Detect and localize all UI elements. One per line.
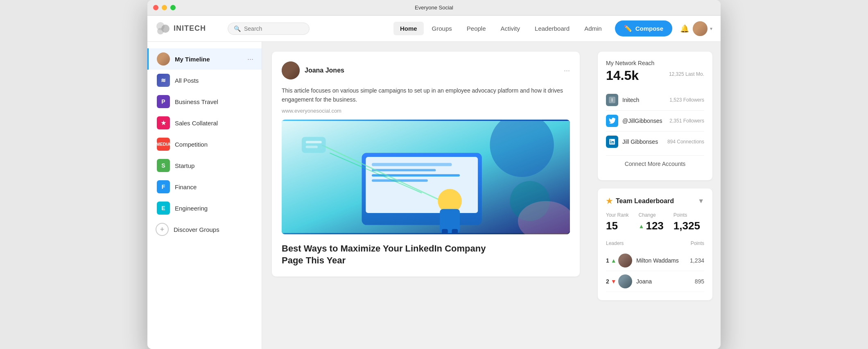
sidebar-label-business-travel: Business Travel bbox=[175, 98, 218, 105]
nav-people[interactable]: People bbox=[460, 22, 493, 35]
sidebar-item-startup[interactable]: S Startup bbox=[147, 155, 262, 176]
lb-name-2: Joana bbox=[636, 278, 652, 285]
engineering-icon: E bbox=[157, 202, 170, 215]
reach-value: 14.5k bbox=[606, 68, 639, 83]
chevron-down-icon[interactable]: ▾ bbox=[710, 26, 712, 32]
star-icon: ★ bbox=[606, 197, 613, 206]
account-item-twitter: @JillGibbonses 2,351 Followers bbox=[606, 111, 704, 131]
network-reach-area: My Network Reach 14.5k bbox=[606, 60, 654, 83]
post-more-icon[interactable]: ··· bbox=[564, 66, 570, 75]
leaderboard-stats: Your Rank 15 Change ▲ 123 Points 1,325 bbox=[606, 212, 704, 232]
startup-icon: S bbox=[157, 159, 170, 172]
nav-links: Home Groups People Activity Leaderboard … bbox=[393, 20, 712, 36]
lb-up-arrow-1: ▲ bbox=[611, 257, 617, 264]
leaderboard-title-text: Team Leaderboard bbox=[616, 197, 674, 205]
svg-rect-20 bbox=[306, 146, 318, 148]
notification-bell[interactable]: 🔔 bbox=[678, 22, 691, 35]
titlebar: Everyone Social bbox=[147, 0, 721, 16]
svg-rect-16 bbox=[442, 229, 448, 234]
sidebar-label-all-posts: All Posts bbox=[175, 77, 199, 84]
leaderboard-header: ★ Team Leaderboard ▼ bbox=[606, 197, 704, 206]
lb-stat-points: Points 1,325 bbox=[674, 212, 700, 232]
lb-avatar-1 bbox=[618, 254, 632, 267]
account-name-linkedin: Jill Gibbonses bbox=[622, 138, 658, 145]
lb-rank-value: 15 bbox=[606, 220, 629, 232]
competition-icon: MEDIA bbox=[157, 138, 170, 151]
sidebar-label-sales-collateral: Sales Collateral bbox=[175, 120, 218, 127]
reach-row: My Network Reach 14.5k 12,325 Last Mo. bbox=[606, 60, 704, 83]
account-item-initech: I Initech 1,523 Followers bbox=[606, 90, 704, 111]
lb-leader-item-2: 2 ▼ Joana 895 bbox=[606, 271, 704, 292]
post-title: Best Ways to Maximize Your LinkedIn Comp… bbox=[282, 242, 570, 267]
logo-area: INITECH bbox=[156, 21, 221, 36]
avatar-image bbox=[693, 21, 708, 36]
lb-leader-left-2: 2 ▼ Joana bbox=[606, 274, 652, 288]
lb-rank-number-1: 1 bbox=[606, 257, 609, 264]
maximize-button[interactable] bbox=[170, 5, 176, 10]
post-text: This article focuses on various simple c… bbox=[282, 86, 570, 104]
sidebar-label-finance: Finance bbox=[175, 184, 197, 190]
post-link[interactable]: www.everyonesocial.com bbox=[282, 108, 570, 114]
nav-activity[interactable]: Activity bbox=[494, 22, 527, 35]
account-info-twitter: @JillGibbonses bbox=[606, 115, 662, 127]
svg-rect-18 bbox=[302, 137, 326, 153]
sidebar-label-engineering: Engineering bbox=[175, 205, 208, 212]
svg-rect-9 bbox=[372, 169, 436, 171]
up-arrow-icon: ▲ bbox=[639, 223, 644, 229]
sidebar-item-engineering[interactable]: E Engineering bbox=[147, 197, 262, 219]
minimize-button[interactable] bbox=[162, 5, 167, 10]
sidebar-avatar bbox=[157, 52, 170, 66]
lb-leader-left-1: 1 ▲ Milton Waddams bbox=[606, 254, 679, 267]
lb-points-label: Points bbox=[674, 212, 700, 218]
initech-logo: I bbox=[606, 94, 618, 106]
sidebar-item-competition[interactable]: MEDIA Competition bbox=[147, 134, 262, 155]
search-bar[interactable]: 🔍 bbox=[228, 23, 310, 35]
lb-points-2: 895 bbox=[695, 278, 704, 285]
post-author-area: Joana Jones bbox=[282, 61, 344, 79]
lb-rank-label: Your Rank bbox=[606, 212, 629, 218]
accounts-list: I Initech 1,523 Followers bbox=[606, 90, 704, 152]
sidebar-more-icon[interactable]: ··· bbox=[247, 55, 253, 63]
compose-button[interactable]: ✏️ Compose bbox=[615, 20, 672, 36]
leaderboard-title-area: ★ Team Leaderboard bbox=[606, 197, 674, 206]
account-followers-linkedin: 894 Connections bbox=[667, 139, 704, 145]
compose-icon: ✏️ bbox=[624, 25, 632, 32]
account-name-initech: Initech bbox=[622, 97, 639, 103]
post-avatar-image bbox=[282, 61, 300, 79]
lb-rank-number-2: 2 bbox=[606, 278, 609, 285]
window-controls bbox=[153, 5, 176, 10]
nav-admin[interactable]: Admin bbox=[578, 22, 608, 35]
lb-avatar-2 bbox=[618, 274, 632, 288]
main-window: Everyone Social INITECH 🔍 Home Groups Pe… bbox=[147, 0, 721, 349]
compose-label: Compose bbox=[635, 25, 663, 32]
linkedin-logo bbox=[606, 136, 618, 148]
network-reach-label: My Network Reach bbox=[606, 60, 654, 66]
svg-rect-19 bbox=[306, 141, 322, 143]
sidebar-item-discover-groups[interactable]: + Discover Groups bbox=[147, 219, 262, 240]
search-input[interactable] bbox=[244, 25, 301, 32]
sidebar-item-my-timeline[interactable]: My Timeline ··· bbox=[147, 48, 262, 70]
navbar: INITECH 🔍 Home Groups People Activity Le… bbox=[147, 16, 721, 42]
search-icon: 🔍 bbox=[234, 25, 241, 32]
sidebar-item-sales-collateral[interactable]: ★ Sales Collateral bbox=[147, 112, 262, 134]
sidebar-item-all-posts[interactable]: ≋ All Posts bbox=[147, 70, 262, 91]
nav-home[interactable]: Home bbox=[393, 22, 424, 35]
sidebar-item-finance[interactable]: F Finance bbox=[147, 176, 262, 197]
post-avatar bbox=[282, 61, 300, 79]
nav-leaderboard[interactable]: Leaderboard bbox=[528, 22, 576, 35]
leaderboard-dropdown-icon[interactable]: ▼ bbox=[698, 197, 704, 205]
connect-more-button[interactable]: Connect More Accounts bbox=[606, 155, 704, 172]
user-avatar-nav[interactable] bbox=[693, 21, 708, 36]
close-button[interactable] bbox=[153, 5, 158, 10]
sidebar-item-business-travel[interactable]: P Business Travel bbox=[147, 91, 262, 112]
linkedin-icon bbox=[608, 138, 616, 145]
sidebar-label-competition: Competition bbox=[175, 141, 208, 148]
right-panel: My Network Reach 14.5k 12,325 Last Mo. I bbox=[590, 42, 721, 349]
lb-stat-change: Change ▲ 123 bbox=[639, 212, 664, 232]
nav-groups[interactable]: Groups bbox=[425, 22, 459, 35]
post-illustration bbox=[282, 120, 570, 234]
account-followers-initech: 1,523 Followers bbox=[669, 97, 704, 103]
lb-rank-2: 2 ▼ bbox=[606, 278, 614, 285]
account-info-initech: I Initech bbox=[606, 94, 639, 106]
post-image bbox=[282, 120, 570, 234]
